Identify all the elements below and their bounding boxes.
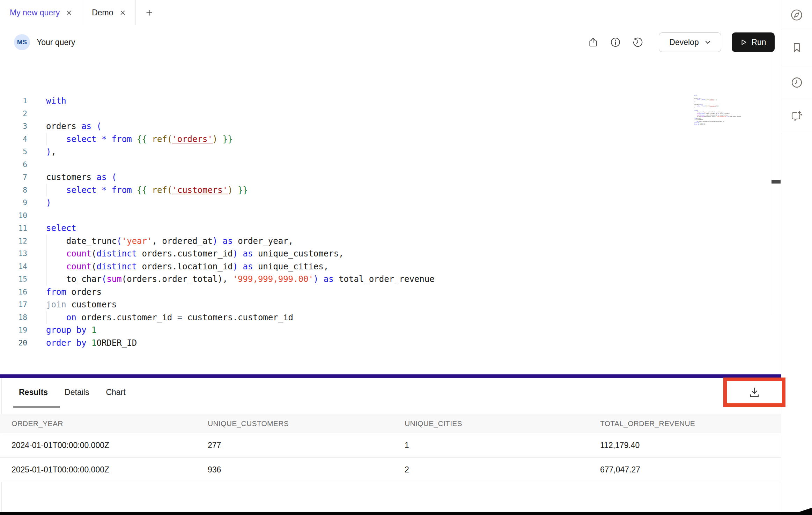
code-line-10[interactable]: 10	[0, 209, 768, 222]
close-icon[interactable]	[120, 10, 126, 16]
annotation-highlight-box	[723, 378, 785, 407]
code-line-5[interactable]: 5),	[0, 145, 768, 158]
table-cell: 112,179.40	[600, 441, 640, 450]
column-header: UNIQUE_CITIES	[405, 419, 600, 428]
editor-scrollbar-track	[771, 35, 771, 315]
info-icon[interactable]	[610, 37, 621, 47]
share-icon[interactable]	[588, 37, 598, 47]
results-tab-chart[interactable]: Chart	[106, 388, 125, 397]
table-cell: 2024-01-01T00:00:00.000Z	[12, 441, 208, 450]
tab-my-new-query[interactable]: My new query	[0, 0, 82, 25]
code-line-8[interactable]: 8 select * from {{ ref('customers') }}	[0, 184, 768, 197]
right-icon-sidebar	[781, 0, 812, 515]
results-tab-bar: ResultsDetailsChart	[19, 378, 126, 406]
results-tab-details[interactable]: Details	[65, 388, 89, 397]
screen-bottom-bar	[0, 512, 812, 515]
results-table-body: 2024-01-01T00:00:00.000Z2771112,179.4020…	[0, 433, 781, 482]
code-line-7[interactable]: 7customers as (	[0, 171, 768, 184]
line-number: 19	[0, 324, 27, 337]
line-number: 7	[0, 171, 27, 184]
line-number: 9	[0, 196, 27, 209]
code-line-1[interactable]: 1with	[0, 95, 768, 107]
line-text: to_char(sum(orders.order_total), '999,99…	[46, 273, 435, 286]
editor-scrollbar-handle[interactable]	[772, 180, 781, 184]
line-number: 3	[0, 120, 27, 133]
line-number: 14	[0, 260, 27, 273]
sidebar-item-bookmarks[interactable]	[781, 30, 812, 65]
code-line-11[interactable]: 11select	[0, 222, 768, 235]
ai-chat-icon	[790, 110, 803, 123]
editor-tab-bar: My new query Demo	[0, 0, 781, 25]
line-number: 13	[0, 247, 27, 260]
line-number: 5	[0, 145, 27, 158]
query-header: MS Your query Develop Run	[0, 25, 781, 60]
code-line-17[interactable]: 17join customers	[0, 298, 768, 311]
line-text: count(distinct orders.location_id) as un…	[46, 260, 329, 273]
code-line-13[interactable]: 13 count(distinct orders.customer_id) as…	[0, 247, 768, 260]
code-line-9[interactable]: 9)	[0, 196, 768, 209]
code-line-3[interactable]: 3orders as (	[0, 120, 768, 133]
table-row[interactable]: 2024-01-01T00:00:00.000Z2771112,179.40	[0, 433, 781, 458]
line-text: date_trunc('year', ordered_at) as order_…	[46, 235, 293, 248]
run-label: Run	[751, 38, 766, 47]
line-text: )	[46, 196, 51, 209]
sidebar-item-explore[interactable]	[781, 0, 812, 30]
code-line-14[interactable]: 14 count(distinct orders.location_id) as…	[0, 260, 768, 273]
compass-icon	[790, 9, 803, 21]
clock-icon	[791, 77, 803, 88]
line-text: select	[46, 222, 76, 235]
line-text: ),	[46, 145, 56, 158]
new-tab-button[interactable]	[136, 0, 163, 25]
code-line-19[interactable]: 19group by 1	[0, 324, 768, 337]
line-text: with	[46, 95, 66, 107]
tab-label: My new query	[10, 8, 60, 17]
code-lines[interactable]: 1with23orders as (4 select * from {{ ref…	[0, 95, 768, 349]
develop-dropdown[interactable]: Develop	[659, 32, 721, 52]
code-line-12[interactable]: 12 date_trunc('year', ordered_at) as ord…	[0, 235, 768, 248]
results-table-header: ORDER_YEARUNIQUE_CUSTOMERSUNIQUE_CITIEST…	[0, 414, 781, 433]
table-row[interactable]: 2025-01-01T00:00:00.000Z9362677,047.27	[0, 458, 781, 482]
code-line-4[interactable]: 4 select * from {{ ref('orders') }}	[0, 133, 768, 146]
sql-editor[interactable]: 1with23orders as (4 select * from {{ ref…	[0, 59, 781, 374]
line-number: 2	[0, 107, 27, 120]
avatar: MS	[14, 34, 30, 50]
line-text: count(distinct orders.customer_id) as un…	[46, 247, 344, 260]
chevron-down-icon	[705, 40, 711, 45]
column-header: ORDER_YEAR	[12, 419, 208, 428]
code-line-16[interactable]: 16from orders	[0, 286, 768, 299]
active-tab-underline	[13, 406, 60, 408]
line-number: 4	[0, 133, 27, 146]
results-tab-results[interactable]: Results	[19, 388, 48, 397]
query-ide-window: My new query Demo MS Your query	[0, 0, 812, 515]
tab-label: Demo	[92, 8, 113, 17]
tab-demo[interactable]: Demo	[82, 0, 135, 25]
panel-resizer[interactable]	[0, 374, 781, 378]
column-header: TOTAL_ORDER_REVENUE	[600, 419, 695, 428]
line-text: order by 1ORDER_ID	[694, 124, 705, 125]
bookmark-icon	[791, 42, 803, 53]
history-icon[interactable]	[633, 37, 643, 47]
table-cell: 2025-01-01T00:00:00.000Z	[12, 465, 208, 475]
line-number: 12	[0, 235, 27, 248]
table-cell: 936	[208, 465, 405, 475]
line-number: 6	[0, 158, 27, 171]
line-number: 15	[0, 273, 27, 286]
plus-icon	[146, 9, 153, 16]
line-text: join customers	[46, 298, 117, 311]
line-number: 20	[0, 337, 27, 350]
code-line-20[interactable]: 20order by 1ORDER_ID	[0, 337, 768, 350]
code-line-6[interactable]: 6	[0, 158, 768, 171]
code-line-18[interactable]: 18 on orders.customer_id = customers.cus…	[0, 311, 768, 324]
line-text: from orders	[46, 286, 102, 299]
sidebar-item-ai-chat[interactable]	[781, 100, 812, 133]
code-line-15[interactable]: 15 to_char(sum(orders.order_total), '999…	[0, 273, 768, 286]
minimap[interactable]: 1with23orders as (4 select * from {{ ref…	[694, 95, 750, 129]
code-line-2[interactable]: 2	[0, 107, 768, 120]
line-number: 1	[0, 95, 27, 107]
download-button[interactable]	[747, 385, 761, 399]
run-button[interactable]: Run	[732, 32, 775, 52]
sidebar-item-history[interactable]	[781, 65, 812, 100]
play-icon	[740, 39, 747, 46]
line-text: customers as (	[46, 171, 117, 184]
close-icon[interactable]	[66, 10, 72, 16]
